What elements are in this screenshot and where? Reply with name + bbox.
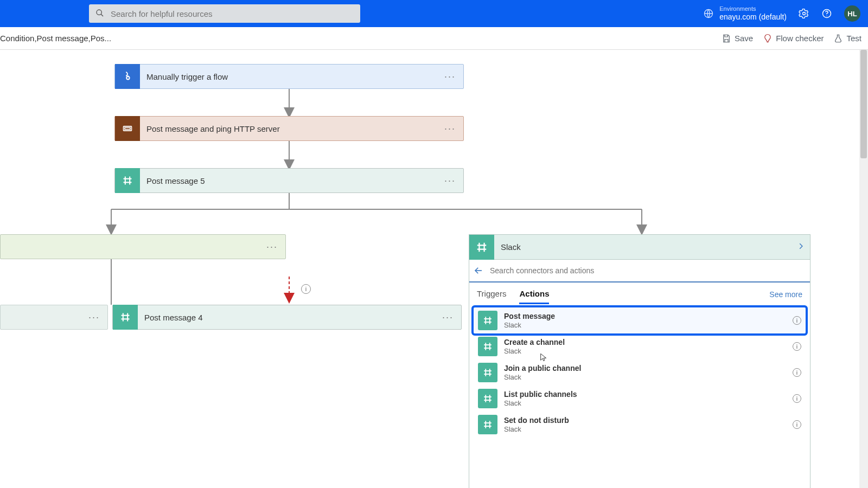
svg-point-0: [97, 10, 101, 15]
save-label: Save: [735, 34, 753, 43]
flow-breadcrumb: Condition,Post message,Pos...: [0, 34, 111, 43]
action-connector: Slack: [504, 425, 569, 433]
action-item[interactable]: Join a public channel Slack i: [474, 359, 806, 386]
step-post4[interactable]: Post message 4 ···: [112, 305, 462, 330]
see-more-link[interactable]: See more: [769, 290, 802, 304]
scope-icon: [115, 116, 140, 141]
back-arrow-icon[interactable]: [474, 266, 483, 275]
branch-yes-card[interactable]: ···: [0, 234, 286, 259]
designer-toolbar: Condition,Post message,Pos... Save Flow …: [0, 27, 868, 50]
avatar-initials: HL: [847, 10, 857, 18]
step-menu-icon[interactable]: ···: [444, 123, 456, 134]
info-icon[interactable]: i: [793, 394, 801, 403]
info-icon[interactable]: i: [793, 368, 801, 377]
action-name: Post message: [504, 312, 555, 321]
slack-icon: [113, 305, 138, 330]
chevron-right-icon[interactable]: [797, 242, 805, 252]
action-connector: Slack: [504, 399, 577, 407]
save-button[interactable]: Save: [722, 34, 753, 43]
runafter-info-icon[interactable]: i: [301, 284, 311, 294]
action-name: Create a channel: [504, 338, 565, 347]
trigger-icon: [115, 64, 140, 89]
step-title: Manually trigger a flow: [146, 72, 228, 81]
slack-icon: [478, 415, 497, 434]
step-title: Post message 5: [146, 176, 205, 185]
info-icon[interactable]: i: [793, 316, 801, 325]
vertical-scrollbar[interactable]: [859, 50, 868, 488]
svg-line-1: [101, 14, 103, 16]
flow-canvas[interactable]: Manually trigger a flow ··· Post message…: [0, 50, 868, 488]
settings-gear-icon[interactable]: [799, 8, 809, 19]
action-name: Set do not disturb: [504, 416, 569, 425]
step-menu-icon[interactable]: ···: [444, 175, 456, 187]
svg-point-14: [126, 76, 130, 80]
branch-stub-card[interactable]: ···: [0, 305, 108, 330]
step-title: Post message and ping HTTP server: [146, 124, 280, 133]
action-list: Post message Slack i Create a channel Sl…: [469, 304, 810, 443]
environment-value: enayu.com (default): [719, 12, 787, 22]
user-avatar[interactable]: HL: [844, 5, 860, 22]
action-connector: Slack: [504, 321, 555, 329]
environment-label: Environments: [719, 5, 787, 12]
scrollbar-thumb[interactable]: [860, 50, 867, 158]
panel-tabs: Triggers Actions See more: [469, 282, 810, 304]
globe-icon: [703, 8, 714, 19]
step-post5[interactable]: Post message 5 ···: [114, 168, 464, 193]
step-title: Post message 4: [144, 313, 203, 322]
action-name: List public channels: [504, 390, 577, 399]
step-menu-icon[interactable]: ···: [442, 312, 454, 323]
tab-triggers[interactable]: Triggers: [477, 289, 506, 304]
panel-search[interactable]: [469, 260, 810, 282]
info-icon[interactable]: i: [793, 420, 801, 429]
action-item[interactable]: Post message Slack i: [474, 307, 806, 333]
step-menu-icon[interactable]: ···: [88, 312, 100, 323]
test-button[interactable]: Test: [833, 34, 861, 43]
slack-icon: [115, 168, 140, 193]
step-trigger[interactable]: Manually trigger a flow ···: [114, 64, 464, 89]
slack-icon: [478, 311, 497, 330]
test-label: Test: [846, 34, 861, 43]
action-item[interactable]: Create a channel Slack i: [474, 333, 806, 359]
svg-rect-16: [125, 127, 130, 129]
environment-picker[interactable]: Environments enayu.com (default): [703, 5, 787, 22]
svg-point-3: [803, 12, 806, 15]
action-name: Join a public channel: [504, 364, 581, 373]
action-chooser-panel: Slack Triggers Actions See more: [469, 234, 810, 488]
slack-connector-icon: [469, 235, 494, 260]
action-item[interactable]: List public channels Slack i: [474, 386, 806, 412]
tab-actions[interactable]: Actions: [519, 289, 549, 304]
panel-search-input[interactable]: [489, 266, 806, 275]
action-item[interactable]: Set do not disturb Slack i: [474, 412, 806, 438]
flow-checker-label: Flow checker: [776, 34, 824, 43]
step-scope[interactable]: Post message and ping HTTP server ···: [114, 116, 464, 141]
flow-checker-button[interactable]: Flow checker: [763, 34, 824, 43]
panel-title: Slack: [501, 242, 521, 252]
step-menu-icon[interactable]: ···: [266, 241, 278, 253]
help-icon[interactable]: [821, 8, 832, 19]
slack-icon: [478, 389, 497, 408]
top-banner: Environments enayu.com (default) HL: [0, 0, 868, 27]
step-menu-icon[interactable]: ···: [444, 71, 456, 82]
info-icon[interactable]: i: [793, 342, 801, 351]
global-search-input[interactable]: [110, 9, 354, 19]
panel-header[interactable]: Slack: [469, 235, 810, 260]
slack-icon: [478, 337, 497, 356]
action-connector: Slack: [504, 347, 565, 355]
global-search[interactable]: [89, 4, 360, 23]
svg-point-5: [826, 16, 827, 16]
search-icon: [95, 9, 104, 19]
slack-icon: [478, 363, 497, 382]
action-connector: Slack: [504, 373, 581, 381]
